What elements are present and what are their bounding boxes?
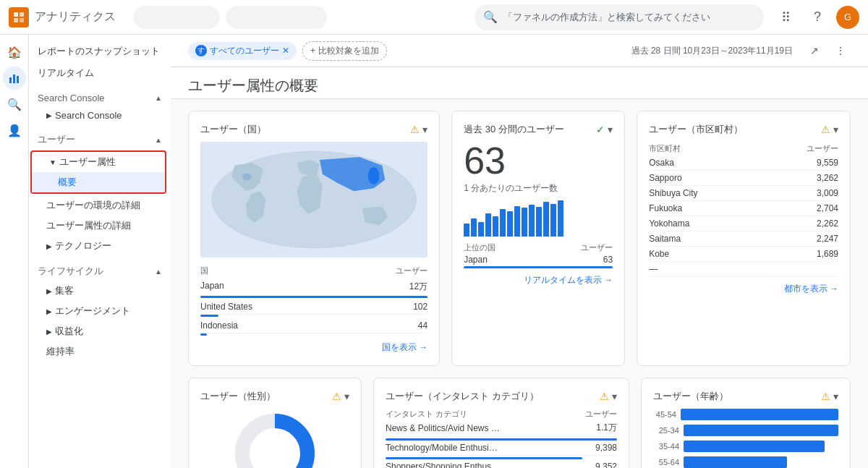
help-icon[interactable]: ? (804, 4, 830, 30)
card-age-menu-icon[interactable]: ▾ (833, 391, 838, 402)
card-age: ユーザー（年齢） ⚠ ▾ 45-54 25-34 (641, 378, 851, 468)
check-icon: ✓ (596, 124, 605, 135)
all-users-chip[interactable]: す すべてのユーザー ✕ (188, 42, 297, 60)
svg-rect-4 (9, 77, 12, 83)
table-row: Indonesia 44 (200, 318, 427, 333)
page-title: ユーザー属性の概要 (188, 76, 851, 95)
filter-bar: す すべてのユーザー ✕ + 比較対象を追加 過去 28 日間 10月23日～2… (171, 35, 868, 67)
age-row-45-54: 45-54 (653, 409, 838, 420)
warning-icon: ⚠ (410, 124, 420, 135)
sidebar-icon-bar: 🏠 🔍 👤 (0, 35, 29, 468)
card-gender-menu-icon[interactable]: ▾ (344, 391, 349, 402)
topbar: アナリティクス 🔍 「ファネルの作成方法」と検索してみてください ⠿ ? G (0, 0, 868, 35)
main-content: す すべてのユーザー ✕ + 比較対象を追加 過去 28 日間 10月23日～2… (171, 35, 868, 468)
map-link[interactable]: 国を表示 → (200, 341, 427, 354)
explore-icon-btn[interactable]: 🔍 (3, 93, 26, 116)
world-map (200, 142, 427, 258)
sidebar-item-user-attr-detail[interactable]: ユーザー属性の詳細 (29, 216, 171, 236)
card-realtime-header: 過去 30 分間のユーザー ✓ ▾ (464, 123, 613, 136)
sidebar-item-engagement[interactable]: ▶ エンゲージメント (29, 301, 171, 321)
sidebar-item-user-env[interactable]: ユーザーの環境の詳細 (29, 195, 171, 216)
search-icon: 🔍 (483, 10, 498, 24)
sidebar-item-overview[interactable]: 概要 (32, 172, 165, 192)
property-pill[interactable] (226, 6, 327, 29)
card-realtime-menu-icon[interactable]: ▾ (608, 124, 613, 135)
table-row: Shoppers/Shopping Enthusiasts9,352 (386, 459, 617, 468)
user-attributes-selected-box: ▼ ユーザー属性 概要 (30, 150, 166, 194)
cards-row-2: ユーザー（性別） ⚠ ▾ (188, 378, 851, 468)
sidebar-item-technology[interactable]: ▶ テクノロジー (29, 236, 171, 256)
home-icon-btn[interactable]: 🏠 (3, 41, 26, 64)
audience-icon-btn[interactable]: 👤 (3, 119, 26, 142)
reports-icon-btn[interactable] (3, 67, 26, 90)
sidebar: レポートのスナップショット リアルタイム Search Console ▲ ▶ … (29, 35, 171, 468)
plus-icon: + (310, 46, 315, 56)
svg-rect-5 (13, 75, 15, 83)
search-bar[interactable]: 🔍 「ファネルの作成方法」と検索してみてください (475, 4, 764, 30)
add-comparison-button[interactable]: + 比較対象を追加 (302, 41, 387, 61)
account-pill[interactable] (133, 6, 220, 29)
user-group-chevron: ▲ (155, 136, 162, 144)
table-row: Kobe1,689 (649, 247, 838, 262)
age-bar-chart: 45-54 25-34 35-44 55-64 (653, 409, 838, 468)
card-menu-icon[interactable]: ▾ (422, 124, 427, 135)
app-logo: アナリティクス (9, 7, 124, 27)
realtime-table: 上位の国 ユーザー Japan 63 (464, 242, 613, 268)
card-interest-menu-icon[interactable]: ▾ (612, 391, 617, 402)
city-link[interactable]: 都市を表示 → (649, 283, 838, 295)
user-group-label[interactable]: ユーザー ▲ (29, 127, 171, 149)
svg-rect-3 (20, 18, 24, 22)
sidebar-item-user-attributes[interactable]: ▼ ユーザー属性 (32, 152, 165, 172)
sidebar-item-retention[interactable]: 維持率 (29, 341, 171, 362)
sidebar-item-realtime[interactable]: リアルタイム (29, 62, 171, 84)
card-map-menu[interactable]: ⚠ ▾ (410, 124, 427, 135)
topbar-actions: ⠿ ? G (773, 4, 859, 30)
table-row: News & Politics/Avid News Readers...1.1万 (386, 420, 617, 441)
sidebar-item-acquisition[interactable]: ▶ 集客 (29, 281, 171, 301)
cards-row-1: ユーザー（国） ⚠ ▾ (188, 111, 851, 366)
sidebar-item-monetization[interactable]: ▶ 収益化 (29, 321, 171, 341)
user-avatar[interactable]: G (836, 6, 859, 29)
card-city-header: ユーザー（市区町村） ⚠ ▾ (649, 123, 838, 136)
city-warning-icon: ⚠ (821, 124, 830, 135)
card-realtime: 過去 30 分間のユーザー ✓ ▾ 63 1 分あたりのユーザー数 (451, 111, 625, 366)
card-interest-menu[interactable]: ⚠ ▾ (600, 391, 617, 402)
card-realtime-menu[interactable]: ✓ ▾ (596, 124, 613, 135)
sidebar-item-search-console[interactable]: ▶ Search Console (29, 106, 171, 124)
chip-close-icon: ✕ (282, 46, 289, 56)
account-selector[interactable] (133, 6, 466, 29)
card-age-menu[interactable]: ⚠ ▾ (821, 391, 838, 402)
table-row: Yokohama2,262 (649, 216, 838, 231)
realtime-table-header: 上位の国 ユーザー (464, 242, 613, 253)
age-row-55-64: 55-64 (653, 456, 838, 468)
gender-warning-icon: ⚠ (332, 391, 341, 402)
card-gender-menu[interactable]: ⚠ ▾ (332, 391, 349, 402)
search-console-group[interactable]: Search Console ▲ (29, 87, 171, 106)
age-row-35-44: 35-44 (653, 441, 838, 452)
svg-rect-6 (17, 76, 19, 83)
more-options-icon[interactable]: ⋮ (830, 41, 851, 61)
interest-table: インタレスト カテゴリ ユーザー News & Politics/Avid Ne… (386, 409, 617, 468)
share-icon[interactable]: ↗ (804, 41, 825, 61)
interest-table-header: インタレスト カテゴリ ユーザー (386, 409, 617, 420)
sidebar-item-snapshot[interactable]: レポートのスナップショット (29, 41, 171, 62)
card-gender: ユーザー（性別） ⚠ ▾ (188, 378, 362, 468)
lifecycle-chevron: ▲ (155, 268, 162, 276)
age-row-25-34: 25-34 (653, 425, 838, 436)
age-warning-icon: ⚠ (821, 391, 830, 402)
realtime-link[interactable]: リアルタイムを表示 → (464, 274, 613, 286)
card-city-menu-icon[interactable]: ▾ (833, 124, 838, 135)
card-city-menu[interactable]: ⚠ ▾ (821, 124, 838, 135)
table-row: Japan 63 (464, 253, 613, 266)
svg-rect-0 (14, 12, 18, 17)
lifecycle-group-label[interactable]: ライフサイクル ▲ (29, 259, 171, 281)
card-map-header: ユーザー（国） ⚠ ▾ (200, 123, 427, 136)
grid-icon[interactable]: ⠿ (773, 4, 799, 30)
table-row: Osaka9,559 (649, 156, 838, 171)
table-row: Japan 12万 (200, 278, 427, 296)
realtime-count: 63 (464, 142, 613, 179)
svg-rect-2 (14, 18, 18, 22)
page-header: ユーザー属性の概要 (171, 67, 868, 99)
search-placeholder: 「ファネルの作成方法」と検索してみてください (503, 11, 710, 24)
map-table-rows: Japan 12万 United States 102 Indonesia 44 (200, 278, 427, 336)
